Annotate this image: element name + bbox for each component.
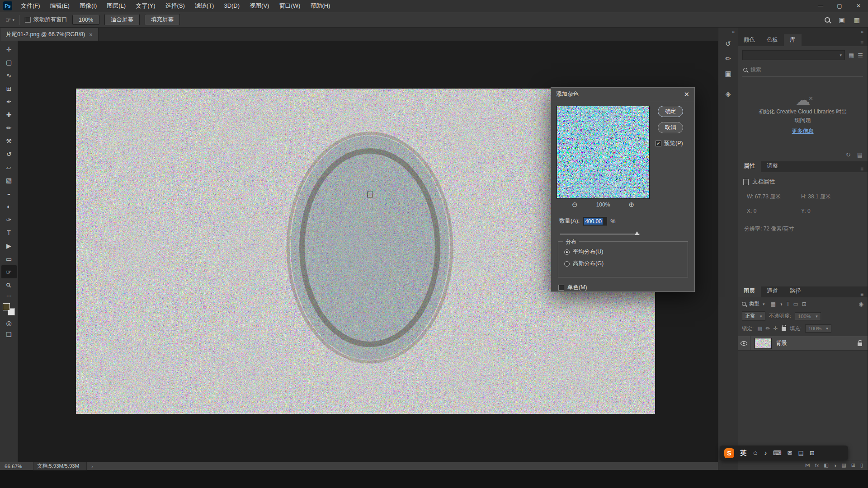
type-tool[interactable]: T — [1, 226, 17, 239]
status-chevron-icon[interactable]: › — [91, 464, 93, 469]
eraser-tool[interactable]: ▱ — [1, 160, 17, 174]
menu-item-8[interactable]: 视图(V) — [245, 0, 274, 12]
close-button[interactable]: ✕ — [849, 0, 868, 12]
tab-properties-1[interactable]: 调整 — [761, 160, 784, 172]
noise-preview[interactable] — [557, 106, 650, 199]
visibility-cell[interactable] — [738, 336, 750, 350]
fit-screen-button[interactable]: 适合屏幕 — [104, 14, 140, 25]
mic-icon[interactable]: ♪ — [764, 450, 767, 456]
filter-pixel-icon[interactable]: ▦ — [771, 301, 776, 307]
3d-panel-button[interactable]: ◈ — [722, 87, 735, 101]
adjustment-layer-icon[interactable]: ◑ — [834, 463, 837, 468]
dodge-tool[interactable]: ◐ — [1, 200, 17, 213]
zoom-level[interactable]: 66.67% — [5, 464, 22, 469]
workspace-icon[interactable]: ▣ — [839, 16, 845, 23]
search-icon[interactable] — [825, 17, 830, 23]
history-brush-tool[interactable]: ↺ — [1, 147, 17, 160]
shape-tool[interactable]: ▭ — [1, 252, 17, 265]
tab-layers-2[interactable]: 路径 — [784, 286, 807, 297]
zoom-in-icon[interactable]: ⊕ — [628, 201, 634, 209]
fill-select[interactable]: 100% ▾ — [805, 324, 831, 333]
pen-tool[interactable]: ✑ — [1, 213, 17, 226]
brush-settings-panel-button[interactable]: ✏ — [722, 52, 735, 66]
skin-icon[interactable]: ▤ — [798, 450, 803, 456]
gradient-tool[interactable]: ▧ — [1, 174, 17, 187]
tab-colors-2[interactable]: 库 — [784, 34, 802, 46]
filter-type-icon[interactable]: T — [786, 301, 789, 307]
cancel-button[interactable]: 取消 — [658, 122, 683, 133]
screen-mode-icon[interactable]: ❏ — [6, 331, 12, 338]
menu-item-9[interactable]: 窗口(W) — [274, 0, 305, 12]
edit-toolbar-icon[interactable]: ⋯ — [6, 293, 12, 299]
sync-icon[interactable]: ↻ — [846, 151, 851, 158]
link-layers-icon[interactable]: ⋈ — [805, 462, 810, 468]
panel-menu-icon[interactable]: ≡ — [860, 166, 868, 172]
emoji-icon[interactable]: ☺ — [752, 450, 758, 456]
tab-properties-0[interactable]: 属性 — [738, 160, 761, 172]
scroll-all-windows-checkbox[interactable] — [25, 17, 31, 23]
delete-layer-icon[interactable]: ▯ — [860, 462, 863, 468]
ok-button[interactable]: 确定 — [658, 106, 683, 117]
lock-all-icon[interactable] — [782, 327, 786, 331]
clone-stamp-tool[interactable]: ⚒ — [1, 134, 17, 147]
zoom-out-icon[interactable]: ⊖ — [572, 201, 578, 209]
gaussian-option[interactable]: 高斯分布(G) — [564, 260, 688, 267]
dialog-title-bar[interactable]: 添加杂色 ✕ — [551, 88, 694, 101]
keyboard-icon[interactable]: ⌨ — [773, 450, 782, 456]
marquee-tool[interactable]: ▢ — [1, 56, 17, 69]
fill-screen-button[interactable]: 填充屏幕 — [145, 14, 180, 25]
menu-item-2[interactable]: 图像(I) — [75, 0, 102, 12]
path-select-tool[interactable]: ▶ — [1, 239, 17, 252]
list-view-icon[interactable]: ☰ — [858, 52, 863, 59]
menu-item-4[interactable]: 文字(Y) — [131, 0, 160, 12]
tab-layers-1[interactable]: 通道 — [761, 286, 784, 297]
preview-checkbox[interactable]: ✓ — [656, 141, 661, 146]
panel-menu-icon[interactable]: ≡ — [860, 40, 868, 46]
tab-layers-0[interactable]: 图层 — [738, 286, 761, 297]
menu-item-5[interactable]: 选择(S) — [160, 0, 189, 12]
menu-item-1[interactable]: 编辑(E) — [45, 0, 75, 12]
quick-mask-icon[interactable]: ◎ — [6, 319, 11, 327]
layer-mask-icon[interactable]: ◧ — [824, 462, 828, 468]
active-tool-preview[interactable]: ☞ ▾ — [5, 16, 14, 23]
menu-item-3[interactable]: 图层(L) — [102, 0, 131, 12]
sogou-logo[interactable]: S — [724, 448, 734, 458]
library-select[interactable]: ▾ — [742, 50, 845, 60]
menu-item-10[interactable]: 帮助(H) — [305, 0, 335, 12]
slider-thumb[interactable] — [635, 231, 639, 235]
lock-transparency-icon[interactable]: ▨ — [757, 325, 762, 332]
blur-tool[interactable]: ◒ — [1, 187, 17, 200]
blend-mode-select[interactable]: 正常 ▾ — [742, 311, 765, 321]
tab-colors-1[interactable]: 色板 — [761, 34, 784, 46]
filter-toggle-icon[interactable]: ◉ — [859, 301, 863, 307]
grid-view-icon[interactable]: ▦ — [849, 52, 854, 59]
layer-group-icon[interactable]: ▤ — [841, 462, 846, 468]
new-layer-icon[interactable]: ⊞ — [851, 462, 855, 468]
crop-tool[interactable]: ⊞ — [1, 82, 17, 95]
hand-tool[interactable]: ☞ — [1, 265, 17, 278]
layer-row-background[interactable]: 背景 — [738, 336, 868, 351]
lock-move-icon[interactable]: ✛ — [774, 325, 778, 332]
menu-item-6[interactable]: 滤镜(T) — [190, 0, 219, 12]
dialog-close-icon[interactable]: ✕ — [684, 90, 689, 99]
clone-source-panel-button[interactable]: ▣ — [722, 67, 735, 80]
filter-smart-object-icon[interactable]: ⊡ — [802, 301, 807, 307]
menu-item-0[interactable]: 文件(F) — [16, 0, 45, 12]
filter-adjustment-icon[interactable]: ◑ — [779, 301, 783, 307]
tab-close-icon[interactable]: × — [89, 31, 93, 38]
amount-input[interactable]: 400.00 — [583, 217, 607, 225]
foreground-color-swatch[interactable] — [3, 303, 10, 310]
gaussian-radio[interactable] — [564, 261, 570, 267]
uniform-radio[interactable] — [564, 249, 570, 255]
layer-thumbnail[interactable] — [755, 338, 772, 349]
zoom-100-button[interactable]: 100% — [72, 15, 99, 25]
eyedropper-tool[interactable]: ✒ — [1, 95, 17, 108]
ime-language[interactable]: 英 — [740, 449, 746, 457]
layout-grid-icon[interactable]: ▦ — [854, 16, 860, 23]
filter-shape-icon[interactable]: ▭ — [793, 301, 798, 307]
lasso-tool[interactable]: ∿ — [1, 69, 17, 82]
minimize-button[interactable]: — — [811, 0, 830, 12]
amount-slider[interactable] — [560, 231, 640, 236]
healing-brush-tool[interactable]: ✚ — [1, 108, 17, 121]
move-tool[interactable]: ✛ — [1, 42, 17, 56]
